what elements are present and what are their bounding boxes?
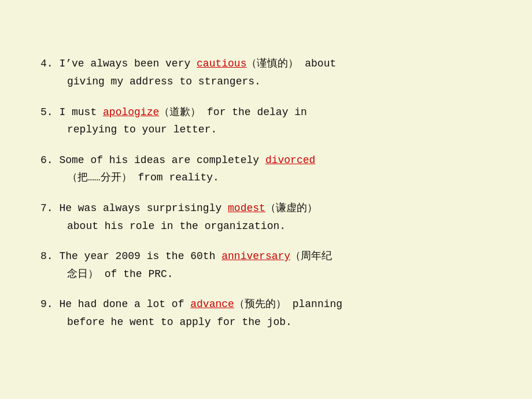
sentence-4-prefix: 4. I’ve always been very — [40, 58, 197, 69]
sentence-4-text: 4. I’ve always been very cautious（谨慎的） a… — [40, 55, 492, 73]
sentence-6-text: 6. Some of his ideas are completely divo… — [40, 152, 492, 169]
sentence-5-suffix: （道歉） for the delay in — [159, 106, 307, 118]
sentence-8-prefix: 8. The year 2009 is the 60th — [40, 250, 221, 262]
sentence-7-continuation: about his role in the organization. — [40, 217, 492, 235]
sentence-7: 7. He was always surprisingly modest（谦虚的… — [40, 200, 492, 235]
keyword-divorced: divorced — [265, 154, 315, 166]
sentence-9: 9. He had done a lot of advance（预先的） pla… — [40, 295, 492, 331]
sentence-7-text: 7. He was always surprisingly modest（谦虚的… — [40, 200, 492, 217]
sentence-9-continuation: before he went to apply for the job. — [40, 313, 492, 331]
sentence-9-text: 9. He had done a lot of advance（预先的） pla… — [40, 295, 492, 313]
sentence-4-suffix: （谨慎的） about — [246, 58, 336, 69]
sentence-8-continuation: 念日） of the PRC. — [40, 265, 492, 283]
sentence-6-continuation: （把……分开） from reality. — [40, 169, 492, 187]
sentence-8-suffix: （周年纪 — [290, 250, 332, 262]
sentence-4: 4. I’ve always been very cautious（谨慎的） a… — [40, 55, 492, 90]
sentence-5: 5. I must apologize（道歉） for the delay in… — [40, 104, 492, 139]
sentence-6-suffix — [315, 154, 328, 166]
keyword-advance: advance — [190, 298, 234, 310]
keyword-modest: modest — [228, 202, 265, 214]
sentence-9-prefix: 9. He had done a lot of — [40, 298, 190, 310]
sentence-8-text: 8. The year 2009 is the 60th anniversary… — [40, 247, 492, 265]
sentence-5-continuation: replying to your letter. — [40, 121, 492, 139]
sentence-9-suffix: （预先的） planning — [234, 298, 342, 310]
keyword-apologize: apologize — [103, 106, 159, 118]
sentence-6-prefix: 6. Some of his ideas are completely — [40, 154, 265, 166]
sentence-4-continuation: giving my address to strangers. — [40, 73, 492, 91]
keyword-cautious: cautious — [197, 58, 246, 69]
sentence-7-prefix: 7. He was always surprisingly — [40, 202, 228, 214]
sentence-8: 8. The year 2009 is the 60th anniversary… — [40, 247, 492, 283]
keyword-anniversary: anniversary — [221, 250, 290, 262]
sentence-7-suffix: （谦虚的） — [265, 202, 317, 214]
sentence-6: 6. Some of his ideas are completely divo… — [40, 152, 492, 187]
sentence-5-text: 5. I must apologize（道歉） for the delay in — [40, 104, 492, 121]
sentence-5-prefix: 5. I must — [40, 106, 103, 118]
content-area: 4. I’ve always been very cautious（谨慎的） a… — [17, 38, 515, 361]
